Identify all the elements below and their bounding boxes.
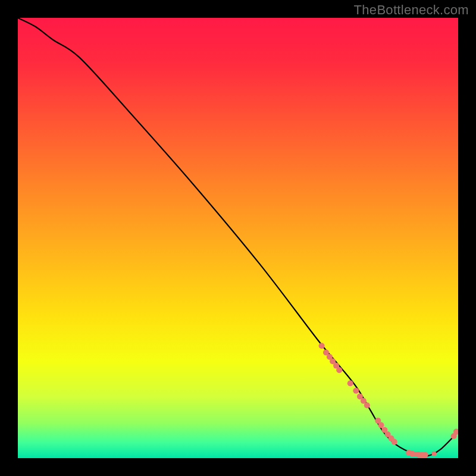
chart-stage: TheBottleneck.com [0,0,476,476]
watermark-text: TheBottleneck.com [354,2,469,18]
svg-rect-0 [18,18,458,458]
plot-area [18,18,458,458]
background-gradient [18,18,458,458]
